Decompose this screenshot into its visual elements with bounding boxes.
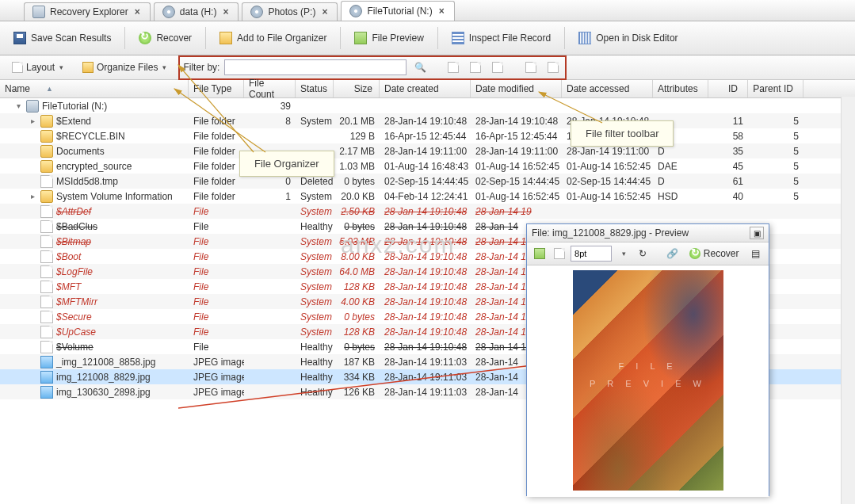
cell: 126 KB — [334, 384, 380, 399]
filter-input[interactable] — [224, 59, 407, 75]
col-datecreated[interactable]: Date created — [380, 80, 471, 97]
tab-recovery-explorer[interactable]: Recovery Explorer× — [24, 2, 151, 21]
col-size[interactable]: Size — [334, 80, 380, 97]
grid-header: Name▲ File Type File Count Status Size D… — [0, 80, 855, 98]
preview-recover-label: Recover — [704, 248, 739, 259]
table-row[interactable]: ▸$ExtendFile folder8System20.1 MB28-Jan-… — [0, 113, 855, 128]
col-filecount[interactable]: File Count — [244, 80, 296, 97]
name-cell: $Secure — [0, 309, 189, 324]
font-size-select[interactable] — [571, 246, 612, 262]
expand-toggle — [29, 342, 37, 351]
cell: Healthy — [296, 219, 334, 234]
col-id[interactable]: ID — [708, 80, 748, 97]
close-icon[interactable]: × — [133, 6, 142, 17]
preview-text-button[interactable] — [552, 245, 568, 262]
table-row[interactable]: ▾FileTutorial (N:)39 — [0, 98, 855, 113]
filter-option-3-button[interactable] — [489, 59, 506, 76]
folder-icon — [40, 130, 53, 143]
font-dropdown-button[interactable]: ▾ — [615, 245, 632, 262]
cell — [708, 204, 748, 219]
cell: Healthy — [296, 369, 334, 384]
col-attributes[interactable]: Attributes — [653, 80, 708, 97]
cell: File — [189, 279, 244, 294]
close-icon[interactable]: × — [221, 6, 230, 17]
name-cell: $AttrDef — [0, 204, 189, 219]
table-row[interactable]: ▸System Volume InformationFile folder1Sy… — [0, 189, 855, 204]
filter-option-5-button[interactable] — [544, 59, 562, 76]
preview-refresh-button[interactable]: ↻ — [635, 245, 651, 262]
filter-option-2-button[interactable] — [467, 59, 484, 76]
filter-option-1-button[interactable] — [445, 59, 462, 76]
col-name[interactable]: Name▲ — [0, 80, 189, 97]
table-row[interactable]: MSIdd5d8.tmpFile folder0Deleted0 bytes02… — [0, 174, 855, 189]
col-dateaccessed[interactable]: Date accessed — [562, 80, 653, 97]
file-preview-button[interactable]: File Preview — [345, 25, 432, 51]
disk-editor-button[interactable]: Open in Disk Editor — [570, 25, 686, 51]
cell: 40 — [708, 189, 748, 204]
cell: 28-Jan-14 19:10:48 — [380, 219, 471, 234]
recover-label: Recover — [156, 32, 192, 44]
image-icon — [40, 371, 53, 384]
preview-label: File Preview — [372, 32, 423, 44]
layout-dropdown[interactable]: Layout▾ — [5, 58, 71, 77]
drive-icon — [32, 6, 45, 18]
cell: 5 — [748, 113, 803, 128]
col-datemodified[interactable]: Date modified — [471, 80, 562, 97]
table-row[interactable]: $RECYCLE.BINFile folder129 B16-Apr-15 12… — [0, 128, 855, 143]
file-name: $MFT — [56, 281, 81, 292]
preview-link-button[interactable]: 🔗 — [664, 245, 681, 262]
preview-close-button[interactable]: ▣ — [750, 227, 764, 239]
cell: DAE — [653, 158, 708, 174]
preview-recover-button[interactable]: Recover — [684, 245, 745, 262]
save-scan-button[interactable]: Save Scan Results — [5, 25, 120, 51]
close-icon[interactable]: × — [437, 6, 446, 17]
name-cell: $MFTMirr — [0, 294, 189, 309]
tab-filetutorial-n-[interactable]: FileTutorial (N:)× — [341, 1, 454, 21]
cell: 0 bytes — [334, 309, 380, 324]
vertical-scrollbar[interactable] — [841, 97, 855, 504]
cell: 28-Jan-14 19:10:48 — [380, 279, 471, 294]
layout-icon — [12, 62, 23, 73]
drive-icon — [26, 100, 39, 113]
cell: 02-Sep-15 14:44:45 — [562, 174, 653, 189]
tab-photos-p-[interactable]: Photos (P:)× — [242, 2, 338, 21]
cell — [653, 204, 708, 219]
cell — [244, 354, 296, 369]
col-filetype[interactable]: File Type — [189, 80, 244, 97]
expand-toggle — [29, 207, 37, 216]
cell: 01-Aug-14 16:52:45 — [562, 158, 653, 174]
preview-mode-button[interactable] — [532, 245, 548, 262]
organize-files-dropdown[interactable]: Organize Files▾ — [75, 58, 174, 77]
cell: 35 — [708, 143, 748, 158]
apply-filter-button[interactable]: 🔍 — [411, 59, 429, 76]
filter-option-4-button[interactable] — [522, 59, 540, 76]
expand-toggle[interactable]: ▾ — [14, 101, 23, 110]
col-parentid[interactable]: Parent ID — [748, 80, 803, 97]
name-cell: $Bitmap — [0, 234, 189, 249]
cell — [244, 279, 296, 294]
separator — [564, 27, 565, 49]
expand-toggle[interactable]: ▸ — [29, 192, 37, 200]
col-status[interactable]: Status — [296, 80, 334, 97]
inspect-record-button[interactable]: Inspect File Record — [443, 25, 559, 51]
preview-menu-button[interactable]: ▤ — [748, 245, 765, 262]
table-row[interactable]: DocumentsFile folder2.17 MB28-Jan-14 19:… — [0, 143, 855, 158]
chevron-down-icon: ▾ — [59, 63, 63, 71]
file-icon — [40, 281, 53, 293]
cell — [244, 204, 296, 219]
file-name: img_121008_8829.jpg — [56, 372, 151, 383]
expand-toggle — [29, 297, 37, 306]
cell: System — [296, 189, 334, 204]
add-organizer-button[interactable]: Add to File Organizer — [211, 25, 335, 51]
cell: 5 — [748, 158, 803, 174]
tab-data-h-[interactable]: data (H:)× — [154, 2, 239, 21]
cell: System — [296, 309, 334, 324]
recover-button[interactable]: Recover — [130, 25, 200, 51]
cell — [380, 98, 471, 113]
table-row[interactable]: encrypted_sourceFile folder1.03 MB01-Aug… — [0, 158, 855, 174]
table-row[interactable]: $AttrDefFileSystem2.50 KB28-Jan-14 19:10… — [0, 204, 855, 219]
filter-toolbar: Filter by: 🔍 — [178, 55, 567, 80]
expand-toggle[interactable]: ▸ — [29, 116, 37, 125]
cell: 2.17 MB — [334, 143, 380, 158]
close-icon[interactable]: × — [320, 6, 329, 17]
